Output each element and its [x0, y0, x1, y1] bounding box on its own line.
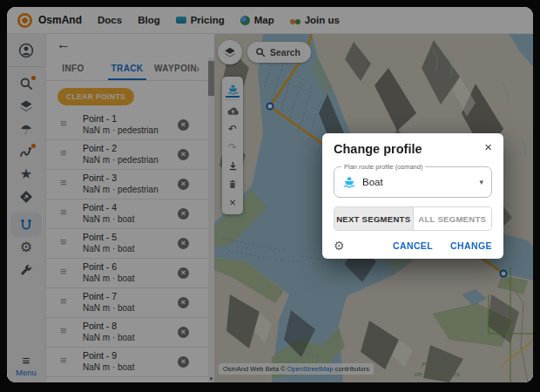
profile-select-label: Plan route profile (osmand)	[341, 163, 425, 171]
profile-settings-gear-icon[interactable]: ⚙	[334, 239, 345, 253]
chevron-down-icon: ▾	[479, 178, 483, 186]
cancel-button[interactable]: CANCEL	[393, 240, 433, 251]
all-segments-button[interactable]: ALL SEGMENTS	[413, 207, 492, 230]
boat-icon	[342, 175, 356, 189]
next-segments-button[interactable]: NEXT SEGMENTS	[334, 207, 413, 230]
change-button[interactable]: CHANGE	[450, 240, 492, 251]
dialog-close-button[interactable]: ×	[484, 140, 492, 153]
change-profile-dialog: Change profile × Plan route profile (osm…	[322, 133, 503, 259]
dialog-title: Change profile	[334, 142, 422, 156]
osmand-web-window: OsmAnd Docs Blog Pricing Map Join us	[7, 7, 533, 382]
profile-select-value: Boat	[362, 177, 479, 187]
profile-select[interactable]: Plan route profile (osmand) Boat ▾	[334, 166, 492, 198]
segments-toggle: NEXT SEGMENTS ALL SEGMENTS	[334, 206, 492, 231]
